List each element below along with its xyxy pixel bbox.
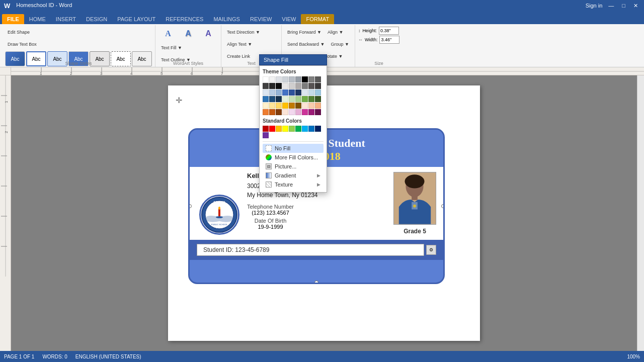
- theme-color-cell[interactable]: [315, 109, 321, 115]
- theme-color-cell[interactable]: [302, 89, 308, 96]
- theme-color-cell[interactable]: [269, 83, 275, 89]
- theme-color-cell[interactable]: [315, 96, 321, 102]
- theme-color-cell[interactable]: [289, 109, 295, 115]
- theme-color-cell[interactable]: [263, 83, 269, 89]
- no-fill-item[interactable]: No Fill: [263, 144, 324, 153]
- theme-color-cell[interactable]: [315, 83, 321, 89]
- theme-color-cell[interactable]: [263, 103, 269, 109]
- theme-color-cell[interactable]: [282, 83, 288, 89]
- standard-color-cell[interactable]: [315, 126, 321, 132]
- theme-color-cell[interactable]: [302, 96, 308, 102]
- theme-color-cell[interactable]: [302, 103, 308, 109]
- wordart-2[interactable]: A: [179, 27, 198, 41]
- theme-color-cell[interactable]: [295, 96, 301, 102]
- standard-color-cell[interactable]: [263, 132, 269, 138]
- standard-color-cell[interactable]: [302, 126, 308, 132]
- theme-color-cell[interactable]: [302, 83, 308, 89]
- footer-icon[interactable]: ⚙: [426, 245, 436, 255]
- shape-sample-1[interactable]: Abc: [5, 51, 25, 66]
- tab-home[interactable]: HOME: [24, 14, 51, 24]
- standard-color-cell[interactable]: [289, 126, 295, 132]
- send-backward-btn[interactable]: Send Backward ▼: [285, 39, 327, 50]
- tab-insert[interactable]: INSERT: [51, 14, 81, 24]
- minimize-btn[interactable]: —: [606, 3, 616, 9]
- theme-color-cell[interactable]: [276, 76, 282, 82]
- tab-review[interactable]: REVIEW: [245, 14, 277, 24]
- zoom-level[interactable]: 100%: [627, 354, 640, 359]
- move-handle[interactable]: ✛: [176, 96, 182, 105]
- signin-label[interactable]: Sign in: [586, 3, 603, 9]
- theme-color-cell[interactable]: [282, 103, 288, 109]
- tab-page-layout[interactable]: PAGE LAYOUT: [112, 14, 160, 24]
- standard-color-cell[interactable]: [308, 126, 314, 132]
- theme-color-cell[interactable]: [295, 76, 301, 82]
- theme-color-cell[interactable]: [295, 89, 301, 96]
- theme-color-cell[interactable]: [308, 76, 314, 82]
- theme-color-cell[interactable]: [295, 103, 301, 109]
- theme-color-cell[interactable]: [308, 96, 314, 102]
- theme-color-cell[interactable]: [276, 103, 282, 109]
- standard-color-cell[interactable]: [295, 126, 301, 132]
- theme-color-cell[interactable]: [302, 76, 308, 82]
- student-id-box[interactable]: Student ID: 123-45-6789: [197, 244, 424, 256]
- theme-color-cell[interactable]: [315, 103, 321, 109]
- selection-handle-right[interactable]: [441, 204, 445, 208]
- standard-color-cell[interactable]: [269, 126, 275, 132]
- edit-shape-btn[interactable]: Edit Shape: [5, 27, 32, 38]
- tab-references[interactable]: REFERENCES: [160, 14, 208, 24]
- theme-color-cell[interactable]: [269, 76, 275, 82]
- wordart-3[interactable]: A: [199, 27, 218, 41]
- theme-color-cell[interactable]: [276, 83, 282, 89]
- tab-mailings[interactable]: MAILINGS: [208, 14, 245, 24]
- theme-color-cell[interactable]: [263, 109, 269, 115]
- shape-sample-3[interactable]: Abc: [47, 51, 67, 66]
- gradient-item[interactable]: Gradient ▶: [263, 171, 324, 180]
- shape-sample-6[interactable]: Abc: [111, 51, 131, 66]
- more-fill-colors-item[interactable]: More Fill Colors...: [263, 153, 324, 162]
- align-text-btn[interactable]: Align Text ▼: [224, 39, 255, 50]
- theme-color-cell[interactable]: [289, 76, 295, 82]
- theme-color-cell[interactable]: [289, 89, 295, 96]
- bring-forward-btn[interactable]: Bring Forward ▼: [285, 27, 324, 38]
- theme-color-cell[interactable]: [295, 109, 301, 115]
- maximize-btn[interactable]: □: [620, 3, 627, 9]
- tab-format[interactable]: FORMAT: [301, 14, 334, 24]
- texture-item[interactable]: Texture ▶: [263, 180, 324, 189]
- close-btn[interactable]: ✕: [631, 3, 640, 9]
- theme-color-cell[interactable]: [295, 83, 301, 89]
- shape-sample-7[interactable]: Abc: [132, 51, 152, 66]
- group-btn[interactable]: Group ▼: [328, 39, 351, 50]
- theme-color-cell[interactable]: [263, 89, 269, 96]
- theme-color-cell[interactable]: [289, 96, 295, 102]
- theme-color-cell[interactable]: [315, 76, 321, 82]
- shape-sample-2[interactable]: Abc: [26, 51, 46, 66]
- theme-color-cell[interactable]: [276, 89, 282, 96]
- standard-color-cell[interactable]: [263, 126, 269, 132]
- theme-color-cell[interactable]: [269, 103, 275, 109]
- text-direction-btn[interactable]: Text Direction ▼: [224, 27, 263, 38]
- draw-text-box-btn[interactable]: Draw Text Box: [5, 39, 39, 50]
- theme-color-cell[interactable]: [276, 96, 282, 102]
- theme-color-cell[interactable]: [302, 109, 308, 115]
- theme-color-cell[interactable]: [289, 83, 295, 89]
- wordart-1[interactable]: A: [158, 27, 178, 41]
- theme-color-cell[interactable]: [269, 109, 275, 115]
- width-input[interactable]: [379, 36, 399, 44]
- theme-color-cell[interactable]: [269, 89, 275, 96]
- theme-color-cell[interactable]: [308, 103, 314, 109]
- picture-item[interactable]: 🖼 Picture...: [263, 162, 324, 171]
- theme-color-cell[interactable]: [308, 89, 314, 96]
- theme-color-cell[interactable]: [282, 109, 288, 115]
- theme-color-cell[interactable]: [276, 109, 282, 115]
- theme-color-cell[interactable]: [282, 76, 288, 82]
- tab-design[interactable]: DESIGN: [81, 14, 112, 24]
- theme-color-cell[interactable]: [282, 89, 288, 96]
- theme-color-cell[interactable]: [289, 103, 295, 109]
- theme-color-cell[interactable]: [308, 83, 314, 89]
- theme-color-cell[interactable]: [315, 89, 321, 96]
- align-btn[interactable]: Align ▼: [325, 27, 346, 38]
- tab-file[interactable]: FILE: [2, 14, 24, 24]
- theme-color-cell[interactable]: [282, 96, 288, 102]
- text-fill-btn[interactable]: Text Fill ▼: [158, 42, 185, 53]
- selection-handle-bottom[interactable]: [314, 281, 318, 284]
